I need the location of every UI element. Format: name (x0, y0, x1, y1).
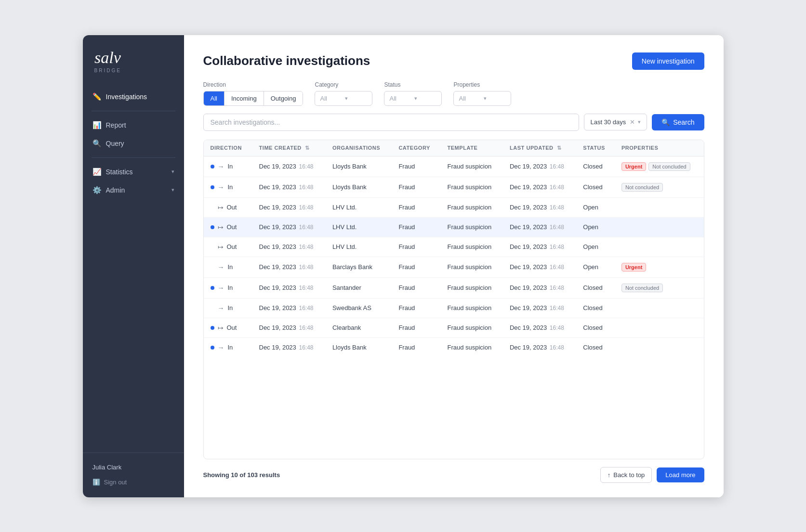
date-range-clear-icon[interactable]: ✕ (630, 118, 635, 126)
new-investigation-button[interactable]: New investigation (632, 52, 704, 70)
cell-category: Fraud (392, 277, 440, 298)
status-select[interactable]: All ▾ (384, 91, 442, 106)
sidebar-item-statistics[interactable]: 📈 Statistics ▾ (83, 163, 184, 181)
cell-last-updated: Dec 19, 2023 16:48 (503, 298, 576, 318)
unread-dot (211, 326, 214, 330)
direction-icon: → (218, 163, 225, 170)
direction-icon: → (218, 344, 225, 351)
cell-time-created: Dec 19, 2023 16:48 (252, 177, 326, 197)
sidebar-signout[interactable]: ℹ️ Sign out (92, 479, 174, 486)
cell-direction: ↦ Out (204, 318, 252, 337)
time-sub: 16:48 (299, 163, 313, 170)
direction-incoming-button[interactable]: Incoming (225, 91, 264, 105)
direction-all-button[interactable]: All (204, 91, 225, 105)
time-sub: 16:48 (299, 285, 313, 291)
sidebar-divider-1 (92, 111, 175, 111)
search-button[interactable]: 🔍 Search (652, 114, 704, 130)
lu-time-sub: 16:48 (550, 204, 564, 211)
cell-org: Lloyds Bank (326, 337, 392, 357)
time-main: Dec 19, 2023 (259, 304, 296, 311)
cell-direction: → In (204, 337, 252, 357)
time-main: Dec 19, 2023 (259, 344, 296, 351)
search-button-label: Search (673, 118, 694, 126)
main-content: Collaborative investigations New investi… (184, 35, 724, 497)
lu-time-sub: 16:48 (550, 184, 564, 191)
properties-select[interactable]: All ▾ (453, 91, 511, 106)
cell-time-created: Dec 19, 2023 16:48 (252, 337, 326, 357)
time-main: Dec 19, 2023 (259, 163, 296, 170)
cell-status: Open (576, 197, 615, 217)
date-range-button[interactable]: Last 30 days ✕ ▾ (584, 114, 647, 130)
cell-template: Fraud suspicion (440, 217, 502, 237)
date-range-value: Last 30 days (590, 118, 626, 126)
cell-properties: Urgent Not concluded (615, 156, 704, 177)
no-dot (211, 245, 214, 249)
sidebar-footer: Julia Clark ℹ️ Sign out (83, 453, 184, 497)
cell-direction: ↦ Out (204, 237, 252, 257)
table-row[interactable]: ↦ Out Dec 19, 2023 16:48 Clearbank Fraud… (204, 318, 704, 337)
sidebar-item-admin[interactable]: ⚙️ Admin ▾ (83, 181, 184, 199)
svg-text:salv: salv (94, 49, 121, 66)
table-row[interactable]: → In Dec 19, 2023 16:48 Lloyds Bank Frau… (204, 337, 704, 357)
unread-dot (211, 286, 214, 290)
search-input[interactable] (203, 114, 580, 131)
admin-chevron-icon: ▾ (172, 187, 174, 193)
table-row[interactable]: ↦ Out Dec 19, 2023 16:48 LHV Ltd. Fraud … (204, 197, 704, 217)
direction-label: Out (227, 324, 237, 331)
table-row[interactable]: → In Dec 19, 2023 16:48 Swedbank AS Frau… (204, 298, 704, 318)
table-row[interactable]: → In Dec 19, 2023 16:48 Lloyds Bank Frau… (204, 156, 704, 177)
time-sub: 16:48 (299, 224, 313, 231)
cell-time-created: Dec 19, 2023 16:48 (252, 217, 326, 237)
lu-time-sub: 16:48 (550, 305, 564, 311)
back-to-top-button[interactable]: ↑ Back to top (600, 467, 652, 483)
col-organisations: Organisations (326, 140, 392, 156)
back-top-icon: ↑ (608, 471, 611, 479)
lu-time-sub: 16:48 (550, 224, 564, 231)
lu-time-sub: 16:48 (550, 163, 564, 170)
table-row[interactable]: → In Dec 19, 2023 16:48 Santander Fraud … (204, 277, 704, 298)
col-last-updated[interactable]: Last Updated ⇅ (503, 140, 576, 156)
cell-category: Fraud (392, 337, 440, 357)
time-main: Dec 19, 2023 (259, 263, 296, 271)
cell-last-updated: Dec 19, 2023 16:48 (503, 237, 576, 257)
cell-template: Fraud suspicion (440, 197, 502, 217)
cell-properties (615, 237, 704, 257)
cell-category: Fraud (392, 237, 440, 257)
table-row[interactable]: → In Dec 19, 2023 16:48 Lloyds Bank Frau… (204, 177, 704, 197)
sidebar-divider-2 (92, 157, 175, 158)
properties-select-value: All (459, 95, 481, 102)
cell-status: Closed (576, 337, 615, 357)
col-time-created[interactable]: Time created ⇅ (252, 140, 326, 156)
sidebar-item-query[interactable]: 🔍 Query (83, 134, 184, 153)
cell-org: Lloyds Bank (326, 156, 392, 177)
urgent-badge: Urgent (621, 162, 646, 171)
status-filter-group: Status All ▾ (384, 81, 442, 106)
investigations-icon: ✏️ (92, 92, 101, 101)
sidebar-item-investigations[interactable]: ✏️ Investigations (83, 88, 184, 106)
logo-bridge-text: BRIDGE (94, 68, 121, 73)
table-row[interactable]: → In Dec 19, 2023 16:48 Barclays Bank Fr… (204, 257, 704, 277)
sidebar-item-report-label: Report (106, 121, 126, 129)
cell-last-updated: Dec 19, 2023 16:48 (503, 156, 576, 177)
cell-direction: → In (204, 277, 252, 298)
lu-time-main: Dec 19, 2023 (510, 304, 547, 311)
table-row[interactable]: ↦ Out Dec 19, 2023 16:48 LHV Ltd. Fraud … (204, 237, 704, 257)
load-more-button[interactable]: Load more (657, 467, 704, 482)
cell-direction: ↦ Out (204, 217, 252, 237)
table-row[interactable]: ↦ Out Dec 19, 2023 16:48 LHV Ltd. Fraud … (204, 217, 704, 237)
sidebar-item-query-label: Query (106, 140, 124, 147)
direction-outgoing-button[interactable]: Outgoing (264, 91, 303, 105)
category-label: Category (315, 81, 372, 88)
cell-category: Fraud (392, 298, 440, 318)
sidebar-item-report[interactable]: 📊 Report (83, 116, 184, 134)
cell-properties (615, 217, 704, 237)
cell-properties (615, 197, 704, 217)
direction-icon: ↦ (218, 243, 224, 251)
cell-properties (615, 298, 704, 318)
category-select[interactable]: All ▾ (315, 91, 372, 106)
cell-status: Closed (576, 177, 615, 197)
cell-status: Closed (576, 298, 615, 318)
lu-time-sub: 16:48 (550, 285, 564, 291)
direction-label: In (228, 284, 233, 291)
direction-label: In (228, 304, 233, 311)
